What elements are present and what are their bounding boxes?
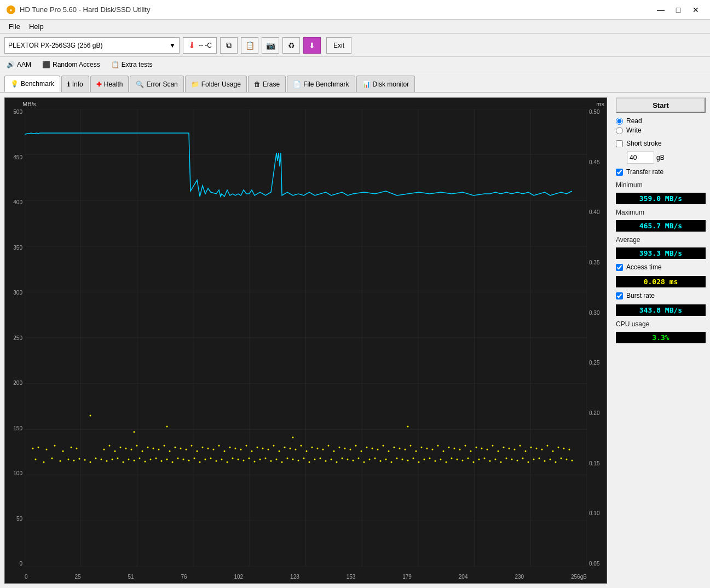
short-stroke-checkbox[interactable]: Short stroke	[616, 140, 706, 147]
tab-benchmark[interactable]: 💡 Benchmark	[4, 76, 60, 92]
svg-point-72	[320, 458, 321, 459]
svg-point-192	[437, 445, 439, 447]
svg-point-177	[355, 445, 357, 447]
svg-point-156	[240, 449, 242, 451]
svg-point-103	[489, 460, 491, 462]
tab-info[interactable]: ℹ Info	[61, 76, 89, 92]
svg-point-48	[188, 460, 190, 462]
tab-error-scan[interactable]: 🔍 Error Scan	[130, 76, 183, 92]
screenshot-btn[interactable]: 📷	[262, 37, 279, 54]
minimize-button[interactable]: —	[653, 4, 668, 16]
svg-point-160	[262, 448, 264, 449]
short-stroke-field[interactable]	[627, 152, 654, 164]
svg-point-44	[166, 459, 168, 460]
access-time-checkbox[interactable]: Access time	[616, 263, 706, 271]
svg-point-199	[476, 447, 477, 448]
maximize-button[interactable]: □	[671, 4, 686, 16]
svg-point-146	[186, 449, 187, 451]
svg-point-213	[552, 451, 554, 452]
svg-point-117	[566, 459, 568, 460]
svg-point-193	[443, 451, 445, 452]
svg-point-75	[336, 462, 338, 463]
drive-select[interactable]: PLEXTOR PX-256S3G (256 gB) ▼	[4, 37, 180, 54]
svg-point-178	[361, 451, 362, 452]
svg-point-98	[462, 460, 464, 462]
svg-point-52	[210, 458, 212, 459]
burst-rate-checkbox[interactable]: Burst rate	[616, 292, 706, 299]
svg-point-214	[558, 447, 559, 448]
read-radio[interactable]: Read	[616, 117, 706, 125]
svg-point-102	[484, 458, 486, 459]
svg-point-207	[519, 445, 521, 447]
svg-point-115	[555, 462, 557, 463]
svg-point-150	[207, 448, 209, 449]
sec-extra-tests[interactable]: 📋 Extra tests	[111, 61, 153, 68]
svg-point-206	[514, 449, 516, 451]
svg-point-71	[314, 459, 316, 460]
svg-point-137	[136, 445, 138, 447]
svg-point-24	[51, 458, 53, 459]
svg-point-107	[511, 459, 513, 460]
maximum-label: Maximum	[616, 209, 706, 216]
minimum-value: 359.0 MB/s	[616, 193, 706, 204]
copy-btn-2[interactable]: 📋	[241, 37, 258, 54]
svg-point-79	[358, 458, 360, 459]
svg-point-66	[287, 458, 288, 459]
menu-bar: File Help	[0, 20, 710, 34]
x-axis: 0 25 51 76 102 128 153 179 204 230 256gB	[25, 574, 587, 580]
write-radio[interactable]: Write	[616, 126, 706, 134]
svg-point-171	[322, 449, 324, 451]
svg-point-215	[563, 448, 565, 449]
svg-point-113	[544, 460, 546, 462]
svg-point-158	[251, 451, 253, 452]
tab-health[interactable]: ✚ Health	[90, 76, 129, 92]
svg-point-116	[561, 458, 562, 459]
tab-erase[interactable]: 🗑 Erase	[248, 76, 286, 92]
sec-random-access[interactable]: ⬛ Random Access	[42, 61, 100, 68]
y-left-label: MB/s	[22, 101, 36, 107]
svg-point-95	[446, 462, 447, 463]
svg-point-46	[177, 458, 179, 459]
svg-point-29	[84, 459, 86, 461]
svg-point-84	[385, 459, 387, 460]
svg-point-33	[106, 460, 108, 462]
exit-button[interactable]: Exit	[326, 37, 351, 54]
menu-file[interactable]: File	[4, 21, 25, 32]
tab-folder-usage[interactable]: 📁 Folder Usage	[185, 76, 247, 92]
svg-point-28	[79, 458, 80, 460]
svg-point-77	[347, 459, 349, 460]
svg-point-81	[369, 459, 371, 460]
svg-point-64	[276, 459, 278, 460]
start-button[interactable]: Start	[616, 97, 706, 113]
maximum-value: 465.7 MB/s	[616, 220, 706, 232]
tab-file-benchmark[interactable]: 📄 File Benchmark	[287, 76, 355, 92]
svg-point-157	[246, 445, 247, 447]
chart-area: 500 450 400 350 300 250 200 150 100 50 0…	[4, 97, 607, 584]
svg-point-25	[60, 460, 61, 462]
svg-point-73	[325, 460, 327, 462]
svg-point-129	[71, 447, 72, 448]
tab-disk-monitor[interactable]: 📊 Disk monitor	[356, 76, 415, 92]
svg-point-194	[448, 447, 450, 448]
svg-point-32	[101, 459, 102, 460]
svg-point-140	[153, 448, 154, 449]
download-btn[interactable]: ⬇	[303, 37, 321, 54]
svg-point-155	[235, 448, 236, 449]
svg-point-200	[481, 448, 483, 449]
menu-help[interactable]: Help	[25, 21, 48, 32]
svg-point-82	[374, 458, 376, 459]
svg-point-101	[478, 459, 480, 460]
close-button[interactable]: ✕	[688, 4, 703, 16]
access-time-value: 0.028 ms	[616, 276, 706, 287]
svg-point-89	[413, 458, 414, 459]
copy-btn-1[interactable]: ⧉	[220, 37, 238, 54]
sec-aam[interactable]: 🔊 AAM	[7, 61, 31, 68]
svg-point-144	[175, 447, 176, 448]
svg-point-133	[114, 451, 116, 452]
svg-point-65	[281, 462, 283, 463]
svg-point-210	[536, 448, 538, 449]
file-benchmark-icon: 📄	[293, 80, 301, 88]
svg-point-60	[254, 461, 256, 463]
transfer-rate-checkbox[interactable]: Transfer rate	[616, 168, 706, 176]
refresh-btn[interactable]: ♻	[282, 37, 300, 54]
